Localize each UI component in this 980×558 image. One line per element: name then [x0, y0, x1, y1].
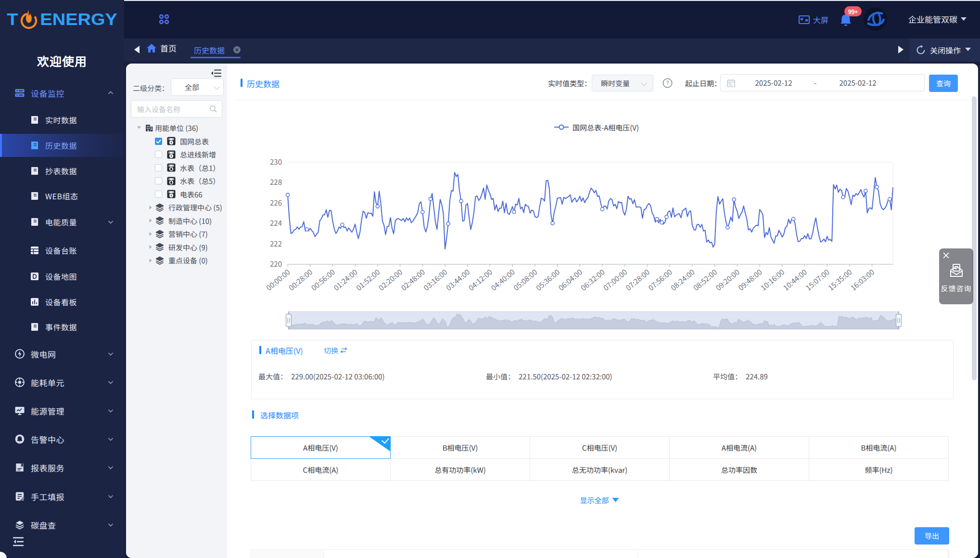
date-end[interactable]: 2025-02-12	[824, 75, 891, 91]
switch-link[interactable]: 切换	[324, 345, 347, 355]
date-range-picker[interactable]: 2025-02-12 - 2025-02-12	[720, 74, 925, 91]
caret-right-icon[interactable]	[148, 218, 153, 223]
data-item-option[interactable]: 总无功功率(kvar)	[530, 458, 670, 481]
big-screen-button[interactable]: 大屏	[799, 14, 828, 26]
data-item-option[interactable]: 频率(Hz)	[809, 458, 949, 481]
main-scrollbar-thumb[interactable]	[972, 96, 977, 380]
x-axis-label: 01:24:00	[331, 267, 359, 293]
line-chart[interactable]: 22022222422622823000:00:0000:28:0000:56:…	[231, 116, 933, 337]
realtime-type-select[interactable]: 瞬时变量	[592, 75, 653, 91]
export-button[interactable]: 导出	[915, 527, 949, 545]
checkbox[interactable]	[155, 151, 162, 158]
data-item-option[interactable]: C相电压(V)	[530, 436, 670, 459]
tabs-scroll-left-icon[interactable]	[134, 46, 140, 53]
sidebar: T ENERGY 欢迎使用 设备监控实时数据历史数据抄表数据WEB组态电能质量设…	[0, 0, 124, 558]
chevron-down-icon	[108, 379, 114, 385]
caret-down-icon[interactable]	[137, 125, 141, 130]
query-button[interactable]: 查询	[929, 75, 958, 92]
tree-node-label: 研发中心 (9)	[168, 242, 208, 252]
datazoom-handle-left[interactable]	[286, 311, 292, 329]
apps-grid-icon[interactable]	[158, 13, 170, 25]
series-point-marker	[446, 222, 450, 225]
checkbox[interactable]	[155, 138, 162, 145]
tab-home[interactable]: 首页	[160, 42, 177, 54]
category-select-value: 全部	[171, 79, 213, 95]
data-item-option[interactable]: A相电压(V)	[251, 436, 391, 459]
tree-node-device[interactable]: 电表66	[126, 188, 227, 201]
tree-node-device[interactable]: 国网总表	[126, 135, 227, 148]
tree-node-device[interactable]: 总进线新增	[126, 148, 227, 161]
caret-right-icon[interactable]	[148, 232, 153, 236]
x-axis-label: 09:20:00	[713, 267, 741, 293]
tree-collapse-icon[interactable]	[211, 68, 221, 78]
sidebar-subitem-device-map[interactable]: 设备地图	[0, 265, 124, 288]
tree-node-device[interactable]: 水表（总1）	[126, 161, 227, 174]
data-item-option[interactable]: 总功率因数	[669, 458, 809, 481]
close-operations-caret-icon[interactable]	[965, 48, 971, 51]
sidebar-item-energy-consumption-unit[interactable]: 能耗单元	[0, 371, 124, 394]
close-icon[interactable]	[943, 252, 949, 259]
data-item-option[interactable]: A相电流(A)	[669, 436, 809, 459]
sidebar-item-energy-management[interactable]: 能源管理	[0, 399, 124, 422]
sidebar-subitem-device-board[interactable]: 设备看板	[0, 290, 124, 313]
close-operations-menu[interactable]: 关闭操作	[930, 44, 961, 56]
electric-meter-icon	[166, 136, 176, 146]
checkbox[interactable]	[155, 164, 162, 171]
water-meter-icon	[166, 176, 176, 186]
sidebar-item-device-monitoring[interactable]: 设备监控	[0, 81, 124, 104]
tabs-scroll-right-icon[interactable]	[898, 46, 904, 53]
x-axis-label: 09:48:00	[736, 267, 764, 293]
tree-node-device[interactable]: 水表（总5）	[126, 174, 227, 187]
feedback-label: 反馈咨询	[939, 283, 973, 293]
checkbox[interactable]	[155, 177, 162, 184]
feedback-widget[interactable]: 反馈咨询	[939, 248, 973, 304]
avatar[interactable]	[864, 7, 887, 31]
org-caret-icon[interactable]	[961, 17, 967, 21]
y-axis-label: 222	[270, 238, 282, 248]
data-item-option[interactable]: B相电压(V)	[390, 436, 530, 459]
sidebar-item-carbon-inventory[interactable]: 碳盘查	[0, 513, 124, 536]
device-search-input[interactable]	[137, 101, 204, 117]
refresh-icon[interactable]	[916, 45, 926, 55]
help-icon[interactable]: ?	[662, 78, 673, 88]
sidebar-subitem-web-scada[interactable]: WEB组态	[0, 184, 124, 208]
search-icon[interactable]	[209, 105, 217, 113]
tree-node-group[interactable]: 行政管理中心 (5)	[126, 201, 227, 214]
sidebar-item-microgrid[interactable]: 微电网	[0, 342, 124, 365]
sidebar-subitem-event-data[interactable]: 事件数据	[0, 315, 124, 338]
sidebar-subitem-realtime-data[interactable]: 实时数据	[0, 108, 124, 131]
tree-node-group[interactable]: 研发中心 (9)	[126, 241, 227, 254]
x-axis-label: 07:00:00	[601, 267, 629, 293]
page-title: 历史数据	[247, 78, 280, 90]
caret-right-icon[interactable]	[148, 245, 153, 249]
sidebar-item-manual-filling[interactable]: 手工填报	[0, 485, 124, 508]
caret-right-icon[interactable]	[148, 205, 153, 210]
sidebar-item-alarm-center[interactable]: 告警中心	[0, 428, 124, 451]
sidebar-subitem-history-data[interactable]: 历史数据	[0, 134, 124, 157]
data-item-option[interactable]: 总有功功率(kW)	[390, 458, 530, 481]
date-start[interactable]: 2025-02-12	[740, 75, 807, 91]
sidebar-subitem-meter-reading-data[interactable]: 抄表数据	[0, 159, 124, 182]
category-select[interactable]: 全部	[171, 78, 224, 96]
sidebar-item-label: 手工填报	[31, 491, 64, 503]
data-item-option[interactable]: C相电流(A)	[251, 458, 391, 481]
tree-node-root[interactable]: 用能单位 (36)	[126, 121, 227, 134]
sidebar-fold-icon[interactable]	[13, 536, 24, 547]
checkbox[interactable]	[155, 191, 162, 198]
sidebar-subitem-power-quality[interactable]: 电能质量	[0, 210, 124, 234]
caret-right-icon[interactable]	[148, 258, 153, 263]
tree-node-group[interactable]: 重点设备 (0)	[126, 254, 227, 267]
tab-history-data[interactable]: 历史数据	[191, 39, 241, 62]
show-all-link[interactable]: 显示全部	[580, 494, 619, 505]
tree-node-group[interactable]: 营销中心 (7)	[126, 227, 227, 240]
org-menu[interactable]: 企业能管双碳	[908, 13, 957, 25]
home-icon[interactable]	[146, 42, 157, 54]
chevron-down-icon	[108, 493, 114, 499]
tab-close-icon[interactable]	[233, 46, 241, 53]
datazoom-handle-right[interactable]	[896, 311, 902, 329]
data-item-option[interactable]: B相电流(A)	[809, 436, 949, 459]
sidebar-subitem-device-ledger[interactable]: 设备台账	[0, 239, 124, 262]
sidebar-item-report-service[interactable]: 报表服务	[0, 456, 124, 479]
tree-node-group[interactable]: 制造中心 (10)	[126, 214, 227, 227]
chevron-down-icon	[108, 436, 114, 442]
